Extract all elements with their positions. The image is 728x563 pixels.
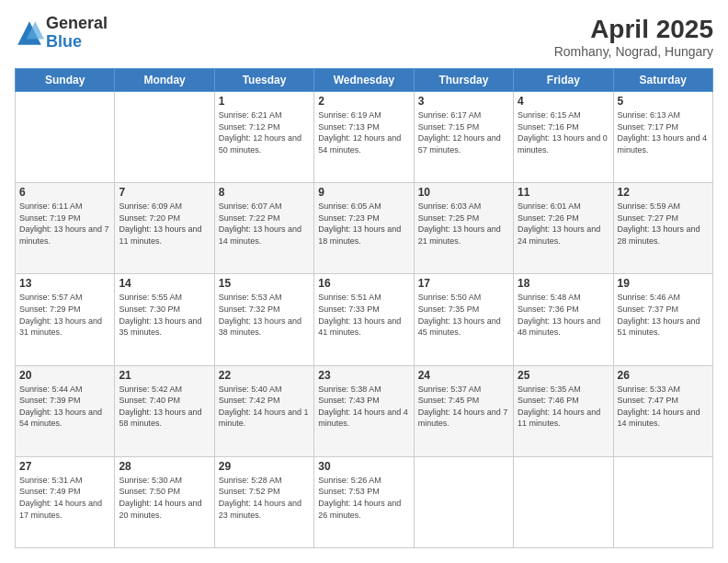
week-row-3: 13Sunrise: 5:57 AM Sunset: 7:29 PM Dayli… [16, 274, 713, 365]
day-info: Sunrise: 5:44 AM Sunset: 7:39 PM Dayligh… [19, 384, 110, 430]
calendar-cell: 1Sunrise: 6:21 AM Sunset: 7:12 PM Daylig… [214, 92, 313, 183]
calendar-cell: 18Sunrise: 5:48 AM Sunset: 7:36 PM Dayli… [514, 274, 613, 365]
calendar-cell: 19Sunrise: 5:46 AM Sunset: 7:37 PM Dayli… [613, 274, 712, 365]
day-info: Sunrise: 5:26 AM Sunset: 7:53 PM Dayligh… [318, 475, 409, 521]
location: Romhany, Nograd, Hungary [554, 44, 713, 59]
day-number: 24 [418, 369, 509, 382]
day-number: 8 [219, 186, 310, 199]
day-number: 3 [418, 95, 509, 108]
calendar-cell: 29Sunrise: 5:28 AM Sunset: 7:52 PM Dayli… [214, 456, 313, 547]
calendar-cell: 13Sunrise: 5:57 AM Sunset: 7:29 PM Dayli… [16, 274, 115, 365]
calendar-cell: 15Sunrise: 5:53 AM Sunset: 7:32 PM Dayli… [214, 274, 313, 365]
header: General Blue April 2025 Romhany, Nograd,… [15, 15, 713, 59]
week-row-2: 6Sunrise: 6:11 AM Sunset: 7:19 PM Daylig… [16, 183, 713, 274]
calendar-cell: 25Sunrise: 5:35 AM Sunset: 7:46 PM Dayli… [514, 365, 613, 456]
calendar-cell [613, 456, 712, 547]
day-info: Sunrise: 6:19 AM Sunset: 7:13 PM Dayligh… [318, 109, 409, 155]
day-number: 15 [219, 277, 310, 290]
calendar-cell: 28Sunrise: 5:30 AM Sunset: 7:50 PM Dayli… [115, 456, 214, 547]
day-number: 1 [219, 95, 310, 108]
month-title: April 2025 [554, 15, 713, 44]
logo-icon [15, 18, 44, 48]
day-number: 21 [119, 369, 210, 382]
day-header-thursday: Thursday [414, 69, 513, 92]
day-info: Sunrise: 6:01 AM Sunset: 7:26 PM Dayligh… [518, 201, 609, 247]
calendar-cell: 10Sunrise: 6:03 AM Sunset: 7:25 PM Dayli… [414, 183, 513, 274]
header-row: SundayMondayTuesdayWednesdayThursdayFrid… [16, 69, 713, 92]
day-number: 11 [518, 186, 609, 199]
day-info: Sunrise: 5:30 AM Sunset: 7:50 PM Dayligh… [119, 475, 210, 521]
logo-text: General Blue [46, 15, 108, 52]
day-info: Sunrise: 6:15 AM Sunset: 7:16 PM Dayligh… [518, 109, 609, 155]
day-info: Sunrise: 6:17 AM Sunset: 7:15 PM Dayligh… [418, 109, 509, 155]
day-info: Sunrise: 5:40 AM Sunset: 7:42 PM Dayligh… [219, 384, 310, 430]
calendar-cell: 27Sunrise: 5:31 AM Sunset: 7:49 PM Dayli… [16, 456, 115, 547]
calendar-cell: 4Sunrise: 6:15 AM Sunset: 7:16 PM Daylig… [514, 92, 613, 183]
day-number: 19 [618, 277, 709, 290]
day-number: 16 [318, 277, 409, 290]
day-number: 30 [318, 460, 409, 473]
day-number: 12 [618, 186, 709, 199]
day-info: Sunrise: 6:05 AM Sunset: 7:23 PM Dayligh… [318, 201, 409, 247]
day-number: 6 [19, 186, 110, 199]
day-info: Sunrise: 6:11 AM Sunset: 7:19 PM Dayligh… [19, 201, 110, 247]
calendar-cell: 24Sunrise: 5:37 AM Sunset: 7:45 PM Dayli… [414, 365, 513, 456]
day-info: Sunrise: 5:55 AM Sunset: 7:30 PM Dayligh… [119, 292, 210, 338]
calendar-cell: 22Sunrise: 5:40 AM Sunset: 7:42 PM Dayli… [214, 365, 313, 456]
logo: General Blue [15, 15, 108, 52]
day-number: 4 [518, 95, 609, 108]
day-info: Sunrise: 5:51 AM Sunset: 7:33 PM Dayligh… [318, 292, 409, 338]
day-info: Sunrise: 5:35 AM Sunset: 7:46 PM Dayligh… [518, 384, 609, 430]
calendar-cell: 30Sunrise: 5:26 AM Sunset: 7:53 PM Dayli… [314, 456, 414, 547]
calendar-cell: 8Sunrise: 6:07 AM Sunset: 7:22 PM Daylig… [214, 183, 313, 274]
day-header-sunday: Sunday [16, 69, 115, 92]
day-number: 18 [518, 277, 609, 290]
calendar-cell: 6Sunrise: 6:11 AM Sunset: 7:19 PM Daylig… [16, 183, 115, 274]
day-header-wednesday: Wednesday [314, 69, 414, 92]
day-info: Sunrise: 5:28 AM Sunset: 7:52 PM Dayligh… [219, 475, 310, 521]
day-info: Sunrise: 5:59 AM Sunset: 7:27 PM Dayligh… [618, 201, 709, 247]
day-info: Sunrise: 5:33 AM Sunset: 7:47 PM Dayligh… [618, 384, 709, 430]
calendar-cell: 17Sunrise: 5:50 AM Sunset: 7:35 PM Dayli… [414, 274, 513, 365]
day-number: 13 [19, 277, 110, 290]
day-info: Sunrise: 6:13 AM Sunset: 7:17 PM Dayligh… [618, 109, 709, 155]
day-number: 14 [119, 277, 210, 290]
calendar: SundayMondayTuesdayWednesdayThursdayFrid… [15, 68, 713, 548]
calendar-cell [16, 92, 115, 183]
day-info: Sunrise: 5:48 AM Sunset: 7:36 PM Dayligh… [518, 292, 609, 338]
day-number: 9 [318, 186, 409, 199]
week-row-5: 27Sunrise: 5:31 AM Sunset: 7:49 PM Dayli… [16, 456, 713, 547]
page: General Blue April 2025 Romhany, Nograd,… [0, 0, 728, 563]
day-info: Sunrise: 6:03 AM Sunset: 7:25 PM Dayligh… [418, 201, 509, 247]
calendar-cell: 14Sunrise: 5:55 AM Sunset: 7:30 PM Dayli… [115, 274, 214, 365]
day-number: 29 [219, 460, 310, 473]
day-info: Sunrise: 5:46 AM Sunset: 7:37 PM Dayligh… [618, 292, 709, 338]
day-info: Sunrise: 5:42 AM Sunset: 7:40 PM Dayligh… [119, 384, 210, 430]
day-number: 27 [19, 460, 110, 473]
day-number: 23 [318, 369, 409, 382]
week-row-1: 1Sunrise: 6:21 AM Sunset: 7:12 PM Daylig… [16, 92, 713, 183]
day-number: 22 [219, 369, 310, 382]
calendar-cell: 3Sunrise: 6:17 AM Sunset: 7:15 PM Daylig… [414, 92, 513, 183]
day-header-monday: Monday [115, 69, 214, 92]
calendar-cell: 11Sunrise: 6:01 AM Sunset: 7:26 PM Dayli… [514, 183, 613, 274]
day-info: Sunrise: 5:50 AM Sunset: 7:35 PM Dayligh… [418, 292, 509, 338]
logo-general: General [46, 15, 108, 33]
day-header-tuesday: Tuesday [214, 69, 313, 92]
day-header-saturday: Saturday [613, 69, 712, 92]
calendar-cell: 20Sunrise: 5:44 AM Sunset: 7:39 PM Dayli… [16, 365, 115, 456]
calendar-cell: 12Sunrise: 5:59 AM Sunset: 7:27 PM Dayli… [613, 183, 712, 274]
day-number: 28 [119, 460, 210, 473]
calendar-cell: 23Sunrise: 5:38 AM Sunset: 7:43 PM Dayli… [314, 365, 414, 456]
calendar-cell: 2Sunrise: 6:19 AM Sunset: 7:13 PM Daylig… [314, 92, 414, 183]
calendar-cell: 5Sunrise: 6:13 AM Sunset: 7:17 PM Daylig… [613, 92, 712, 183]
week-row-4: 20Sunrise: 5:44 AM Sunset: 7:39 PM Dayli… [16, 365, 713, 456]
day-number: 5 [618, 95, 709, 108]
calendar-cell: 21Sunrise: 5:42 AM Sunset: 7:40 PM Dayli… [115, 365, 214, 456]
calendar-cell: 9Sunrise: 6:05 AM Sunset: 7:23 PM Daylig… [314, 183, 414, 274]
day-info: Sunrise: 6:07 AM Sunset: 7:22 PM Dayligh… [219, 201, 310, 247]
day-number: 7 [119, 186, 210, 199]
calendar-cell [115, 92, 214, 183]
calendar-cell: 7Sunrise: 6:09 AM Sunset: 7:20 PM Daylig… [115, 183, 214, 274]
day-info: Sunrise: 5:57 AM Sunset: 7:29 PM Dayligh… [19, 292, 110, 338]
